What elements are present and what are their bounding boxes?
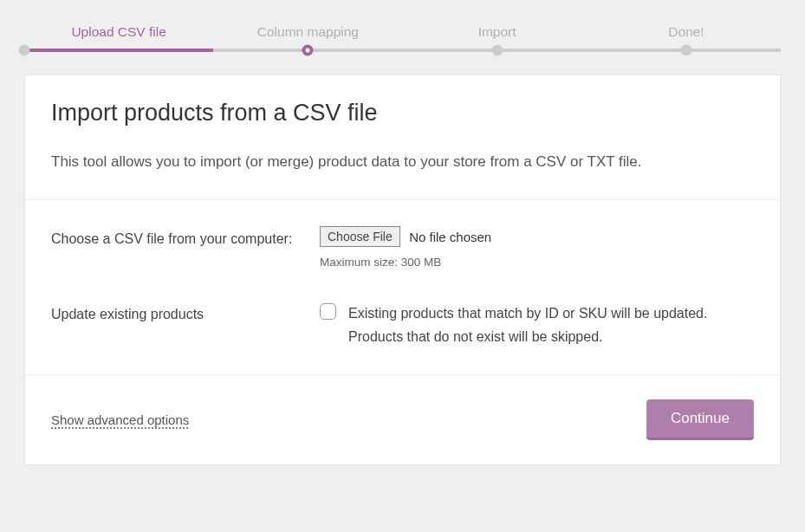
continue-button[interactable]: Continue <box>646 399 754 440</box>
file-upload-label: Choose a CSV file from your computer: <box>51 226 320 250</box>
show-advanced-options-link[interactable]: Show advanced options <box>51 412 189 427</box>
card-footer: Show advanced options Continue <box>25 375 780 464</box>
card-header: Import products from a CSV file This too… <box>25 75 780 200</box>
step-column-mapping: Column mapping <box>213 24 402 40</box>
step-import: Import <box>403 24 592 40</box>
progress-bar-fill <box>24 49 213 52</box>
progress-dot-3 <box>680 45 691 56</box>
choose-file-button[interactable]: Choose File <box>320 226 400 247</box>
update-existing-checkbox[interactable] <box>320 303 336 320</box>
progress-dot-4 <box>19 45 30 56</box>
progress-bar <box>24 49 781 52</box>
import-card: Import products from a CSV file This too… <box>24 75 781 465</box>
card-body: Choose a CSV file from your computer: Ch… <box>25 200 780 375</box>
progress-dot-2 <box>491 45 503 56</box>
step-done: Done! <box>592 24 781 40</box>
progress-stepper: Upload CSV file Column mapping Import Do… <box>0 0 805 52</box>
step-upload-csv[interactable]: Upload CSV file <box>24 24 213 40</box>
progress-dot-1 <box>302 45 314 56</box>
file-upload-row: Choose a CSV file from your computer: Ch… <box>51 226 754 269</box>
update-existing-label: Update existing products <box>51 302 320 326</box>
page-title: Import products from a CSV file <box>51 100 754 127</box>
file-status-text: No file chosen <box>409 230 491 244</box>
file-size-hint: Maximum size: 300 MB <box>320 256 754 269</box>
page-description: This tool allows you to import (or merge… <box>51 151 754 173</box>
update-existing-description: Existing products that match by ID or SK… <box>348 302 754 348</box>
update-existing-row: Update existing products Existing produc… <box>51 302 754 348</box>
